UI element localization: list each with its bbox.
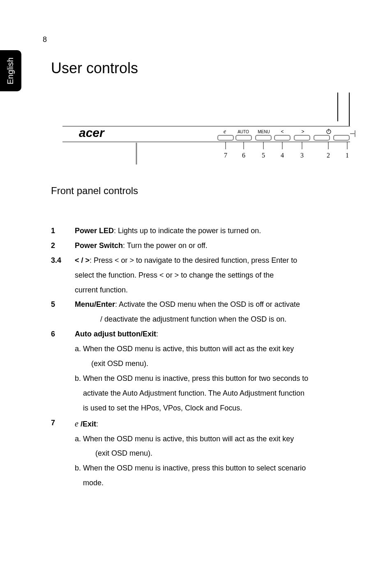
item-number: 1: [51, 225, 75, 237]
item-continuation: select the function. Press < or > to cha…: [75, 270, 359, 281]
button-menu-label: MENU: [258, 130, 270, 134]
empower-icon: e: [75, 419, 78, 428]
panel-diagram: acer e AUTO MENU < > 7 6 5 4 3 2 1: [62, 93, 358, 173]
svg-rect-9: [218, 135, 233, 140]
item-body: Power LED: Lights up to indicate the pow…: [75, 225, 359, 237]
item-body: e /Exit:: [75, 417, 359, 430]
language-label: English: [6, 57, 16, 84]
main-heading: User controls: [51, 60, 138, 77]
page-number: 8: [43, 35, 47, 44]
item-continuation: (exit OSD menu).: [95, 448, 359, 459]
item-number: 2: [51, 240, 75, 252]
svg-rect-11: [256, 135, 271, 140]
diagram-num-7: 7: [224, 152, 227, 159]
item-sub-a: a. When the OSD menu is active, this but…: [75, 433, 359, 445]
controls-list: 1 Power LED: Lights up to indicate the p…: [51, 225, 359, 492]
brand-logo: acer: [79, 126, 105, 139]
item-continuation: current function.: [75, 285, 359, 296]
diagram-num-5: 5: [262, 152, 265, 159]
diagram-num-6: 6: [242, 152, 245, 159]
item-continuation: activate the Auto Adjustment function. T…: [83, 388, 359, 399]
button-lt-label: <: [281, 129, 284, 134]
list-item: 7 e /Exit:: [51, 417, 359, 430]
power-icon: [327, 129, 331, 134]
svg-rect-13: [294, 135, 310, 140]
svg-rect-14: [314, 135, 330, 140]
item-body: < / >: Press < or > to navigate to the d…: [75, 255, 359, 266]
list-item: 2 Power Switch: Turn the power on or off…: [51, 240, 359, 252]
item-number: 6: [51, 329, 75, 340]
item-number: 3.4: [51, 255, 75, 266]
list-item: 3.4 < / >: Press < or > to navigate to t…: [51, 255, 359, 266]
diagram-num-2: 2: [327, 152, 330, 159]
svg-rect-12: [274, 135, 290, 140]
item-number: 7: [51, 417, 75, 430]
svg-rect-15: [334, 135, 349, 140]
button-auto-label: AUTO: [238, 130, 249, 134]
diagram-num-4: 4: [281, 152, 284, 159]
item-continuation: is used to set the HPos, VPos, Clock and…: [83, 403, 359, 414]
diagram-num-1: 1: [346, 152, 349, 159]
sub-heading: Front panel controls: [51, 185, 138, 197]
diagram-num-3: 3: [300, 152, 304, 159]
language-tab: English: [0, 50, 21, 91]
item-continuation: mode.: [83, 477, 359, 489]
list-item: 6 Auto adjust button/Exit:: [51, 329, 359, 340]
button-row: [218, 135, 349, 140]
item-body: Menu/Enter: Activate the OSD menu when t…: [75, 299, 359, 310]
item-number: 5: [51, 299, 75, 310]
svg-rect-10: [236, 135, 251, 140]
item-continuation: (exit OSD menu).: [91, 358, 359, 370]
item-sub-b: b. When the OSD menu is inactive, press …: [75, 373, 359, 385]
item-body: Power Switch: Turn the power on or off.: [75, 240, 359, 252]
item-sub-b: b. When the OSD menu is inactive, press …: [75, 463, 359, 474]
item-sub-a: a. When the OSD menu is active, this but…: [75, 343, 359, 355]
item-continuation: / deactivate the adjustment function whe…: [100, 314, 359, 325]
button-e-label: e: [224, 128, 226, 134]
button-gt-label: >: [301, 129, 304, 134]
item-body: Auto adjust button/Exit:: [75, 329, 359, 340]
list-item: 5 Menu/Enter: Activate the OSD menu when…: [51, 299, 359, 310]
list-item: 1 Power LED: Lights up to indicate the p…: [51, 225, 359, 237]
